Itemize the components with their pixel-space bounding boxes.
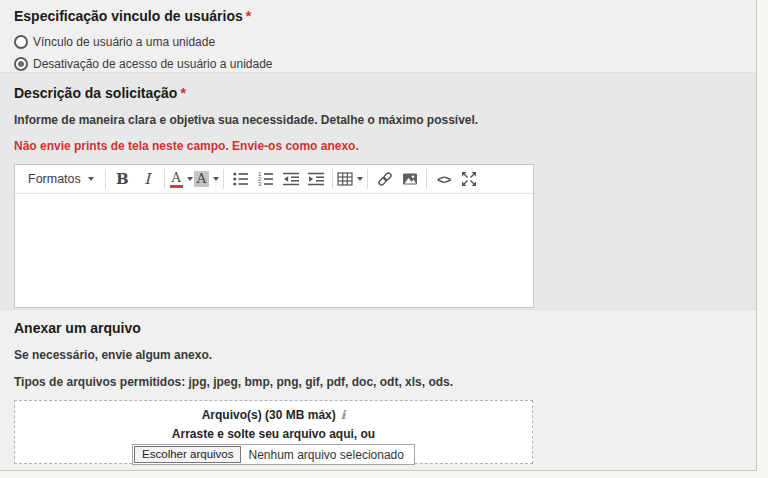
- radio-label: Desativação de acesso de usuário a unida…: [33, 57, 273, 71]
- anexar-instruction: Se necessário, envie algum anexo.: [14, 347, 742, 363]
- formats-label: Formatos: [28, 172, 81, 186]
- dropzone-title: Arquivo(s) (30 MB máx)i: [15, 408, 532, 422]
- formats-dropdown[interactable]: Formatos: [21, 167, 101, 191]
- bullet-list-button[interactable]: [228, 167, 253, 191]
- radio-button-checked[interactable]: [14, 57, 28, 71]
- file-dropzone[interactable]: Arquivo(s) (30 MB máx)i Arraste e solte …: [14, 400, 533, 464]
- section-title-text: Especificação vinculo de usuários: [14, 8, 243, 24]
- vinculo-radio-group: Vínculo de usuário a uma unidade Desativ…: [14, 31, 742, 75]
- file-input[interactable]: Escolher arquivos Nenhum arquivo selecio…: [132, 444, 415, 465]
- italic-icon: I: [140, 170, 154, 188]
- rich-text-editor: Formatos B I A A: [14, 164, 534, 308]
- indent-icon: [308, 171, 324, 187]
- caret-down-icon: [357, 177, 363, 181]
- toolbar-separator: [223, 169, 224, 189]
- link-icon: [377, 171, 393, 187]
- section-title-especificacao: Especificação vinculo de usuários*: [14, 8, 742, 24]
- toolbar-separator: [367, 169, 368, 189]
- bold-icon: B: [116, 170, 129, 188]
- indent-button[interactable]: [303, 167, 328, 191]
- outdent-icon: [283, 171, 299, 187]
- background-color-icon: A: [194, 171, 209, 187]
- radio-button-unchecked[interactable]: [14, 35, 28, 49]
- section-anexar-arquivo: Anexar um arquivo Se necessário, envie a…: [0, 310, 756, 470]
- text-color-icon: A: [170, 171, 183, 188]
- dropzone-title-text: Arquivo(s) (30 MB máx): [202, 408, 336, 422]
- radio-option-vinculo-unidade[interactable]: Vínculo de usuário a uma unidade: [14, 31, 742, 53]
- fullscreen-button[interactable]: [456, 167, 481, 191]
- section-descricao-solicitacao: Descrição da solicitação* Informe de man…: [0, 72, 756, 310]
- section-title-anexar: Anexar um arquivo: [14, 320, 742, 336]
- info-icon[interactable]: i: [341, 408, 346, 422]
- editor-text-area[interactable]: [15, 194, 533, 307]
- file-status-text: Nenhum arquivo selecionado: [241, 448, 412, 462]
- section-title-descricao: Descrição da solicitação*: [14, 85, 742, 101]
- descricao-warning: Não envie prints de tela neste campo. En…: [14, 138, 742, 154]
- numbered-list-button[interactable]: 123: [253, 167, 278, 191]
- text-color-button[interactable]: A: [169, 167, 194, 191]
- numbered-list-icon: 123: [258, 171, 274, 187]
- table-icon: [337, 171, 353, 187]
- outdent-button[interactable]: [278, 167, 303, 191]
- toolbar-separator: [105, 169, 106, 189]
- table-button[interactable]: [337, 167, 363, 191]
- toolbar-separator: [426, 169, 427, 189]
- caret-down-icon: [213, 177, 219, 181]
- editor-toolbar: Formatos B I A A: [15, 165, 533, 194]
- code-icon: <>: [437, 172, 450, 187]
- bold-button[interactable]: B: [110, 167, 135, 191]
- fullscreen-icon: [461, 171, 477, 187]
- required-asterisk: *: [246, 8, 251, 24]
- section-title-text: Descrição da solicitação: [14, 85, 177, 101]
- section-especificacao-vinculo: Especificação vinculo de usuários* Víncu…: [0, 0, 756, 72]
- source-code-button[interactable]: <>: [431, 167, 456, 191]
- insert-image-button[interactable]: [397, 167, 422, 191]
- form-panel: Especificação vinculo de usuários* Víncu…: [0, 0, 757, 471]
- italic-button[interactable]: I: [135, 167, 160, 191]
- svg-text:3: 3: [258, 181, 262, 187]
- background-color-button[interactable]: A: [194, 167, 219, 191]
- image-icon: [402, 171, 418, 187]
- toolbar-separator: [332, 169, 333, 189]
- descricao-instruction: Informe de maneira clara e objetiva sua …: [14, 112, 742, 128]
- required-asterisk: *: [180, 85, 185, 101]
- insert-link-button[interactable]: [372, 167, 397, 191]
- toolbar-separator: [164, 169, 165, 189]
- caret-down-icon: [187, 177, 193, 181]
- choose-files-button[interactable]: Escolher arquivos: [134, 446, 241, 463]
- caret-down-icon: [88, 177, 94, 181]
- bullet-list-icon: [233, 171, 249, 187]
- allowed-types-text: Tipos de arquivos permitidos: jpg, jpeg,…: [14, 374, 742, 390]
- drag-drop-text: Arraste e solte seu arquivo aqui, ou: [15, 427, 532, 441]
- radio-label: Vínculo de usuário a uma unidade: [33, 35, 215, 49]
